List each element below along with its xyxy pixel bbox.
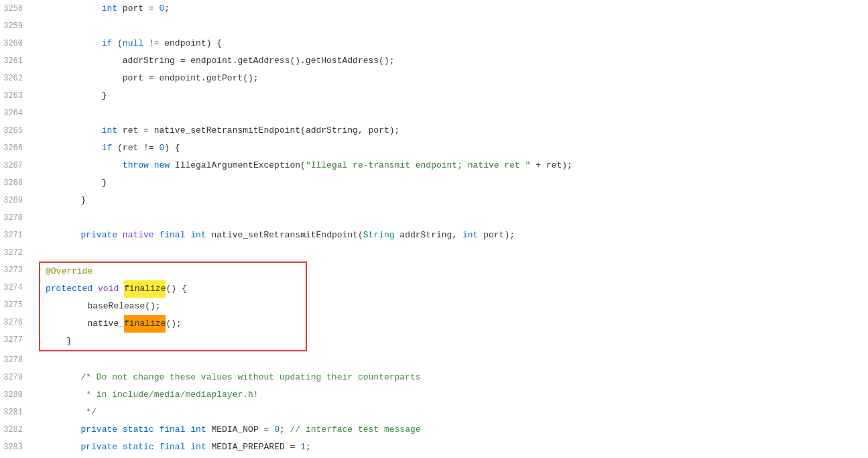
code-line-3262: 3262 port = endpoint.getPort(); <box>0 70 868 87</box>
code-line-3269: 3269 } <box>0 192 868 209</box>
code-viewer: 3258 int port = 0; 3259 3260 if (null !=… <box>0 0 868 458</box>
highlighted-line-3273: @Override <box>40 263 306 280</box>
code-line-num-3273: 3273 <box>0 262 39 279</box>
code-line-3267: 3267 throw new IllegalArgumentException(… <box>0 157 868 174</box>
code-line-3265: 3265 int ret = native_setRetransmitEndpo… <box>0 122 868 139</box>
code-line-3264: 3264 <box>0 105 868 122</box>
highlighted-code-block: @Override protected void finalize() { ba… <box>39 262 307 351</box>
code-line-3268: 3268 } <box>0 174 868 192</box>
code-line-num-3274: 3274 <box>0 279 39 296</box>
code-line-num-3277: 3277 <box>0 331 39 349</box>
highlighted-line-3276: native_finalize(); <box>40 315 306 333</box>
highlighted-line-3275: baseRelease(); <box>40 298 306 315</box>
code-line-3259: 3259 <box>0 17 868 35</box>
code-line-3272: 3272 <box>0 244 868 262</box>
code-line-3258: 3258 int port = 0; <box>0 0 868 17</box>
code-line-3280: 3280 * in include/media/mediaplayer.h! <box>0 386 868 404</box>
code-line-3260: 3260 if (null != endpoint) { <box>0 35 868 52</box>
code-line-3282: 3282 private static final int MEDIA_NOP … <box>0 421 868 439</box>
code-line-3270: 3270 <box>0 209 868 227</box>
code-line-3261: 3261 addrString = endpoint.getAddress().… <box>0 52 868 70</box>
highlighted-line-3277: } <box>40 333 306 350</box>
code-line-3281: 3281 */ <box>0 404 868 421</box>
highlighted-line-3274: protected void finalize() { <box>40 280 306 298</box>
code-line-3271: 3271 private native final int native_set… <box>0 227 868 244</box>
code-line-num-3275: 3275 <box>0 296 39 314</box>
code-line-3266: 3266 if (ret != 0) { <box>0 139 868 157</box>
code-line-num-3276: 3276 <box>0 314 39 331</box>
code-line-3278: 3278 <box>0 351 868 369</box>
code-line-3283: 3283 private static final int MEDIA_PREP… <box>0 439 868 456</box>
code-line-3263: 3263 } <box>0 87 868 105</box>
code-line-3279: 3279 /* Do not change these values witho… <box>0 369 868 386</box>
